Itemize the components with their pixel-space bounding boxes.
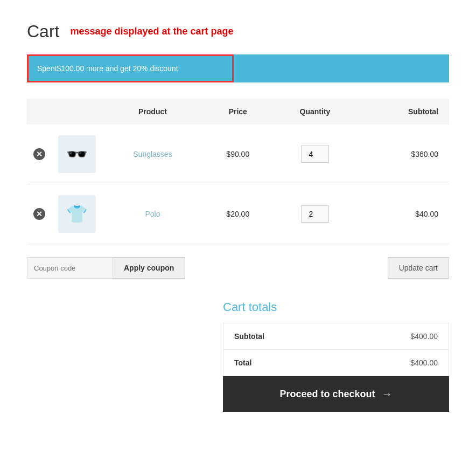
apply-coupon-button[interactable]: Apply coupon xyxy=(113,257,185,279)
table-row: ✕ 🕶️ Sunglasses $90.00 $360.00 xyxy=(27,125,449,184)
cart-table: Product Price Quantity Subtotal ✕ 🕶️ Sun… xyxy=(27,99,449,244)
page-title: Cart xyxy=(27,22,59,42)
subtotal-label: Subtotal xyxy=(223,323,340,350)
coupon-section: Apply coupon xyxy=(27,257,185,279)
product-price: $90.00 xyxy=(203,125,273,184)
cart-totals-section: Cart totals Subtotal $400.00 Total $400.… xyxy=(27,300,449,412)
product-subtotal: $40.00 xyxy=(357,184,449,244)
subtotal-row: Subtotal $400.00 xyxy=(223,323,449,350)
product-link[interactable]: Polo xyxy=(145,210,160,218)
checkout-button[interactable]: Proceed to checkout → xyxy=(223,376,449,412)
total-row: Total $400.00 xyxy=(223,350,449,376)
checkout-label: Proceed to checkout xyxy=(279,389,375,400)
cart-totals-title: Cart totals xyxy=(223,300,449,314)
page-header: Cart message displayed at the cart page xyxy=(27,22,449,42)
remove-item-button[interactable]: ✕ xyxy=(33,208,45,220)
product-link[interactable]: Sunglasses xyxy=(133,150,172,158)
col-product-header: Product xyxy=(102,99,203,125)
checkout-arrow-icon: → xyxy=(382,388,393,400)
col-price-header: Price xyxy=(203,99,273,125)
progress-bar-fill: Spent$100.00 more and get 20% discount xyxy=(27,54,234,82)
progress-bar-text: Spent$100.00 more and get 20% discount xyxy=(37,64,178,73)
cart-actions: Apply coupon Update cart xyxy=(27,257,449,279)
col-subtotal-header: Subtotal xyxy=(357,99,449,125)
header-message: message displayed at the cart page xyxy=(70,26,233,37)
col-image-header xyxy=(52,99,102,125)
total-value: $400.00 xyxy=(339,350,449,376)
quantity-input[interactable] xyxy=(301,205,329,223)
total-label: Total xyxy=(223,350,340,376)
product-price: $20.00 xyxy=(203,184,273,244)
update-cart-button[interactable]: Update cart xyxy=(388,257,449,279)
remove-item-button[interactable]: ✕ xyxy=(33,148,45,160)
col-remove-header xyxy=(27,99,52,125)
progress-bar-container: Spent$100.00 more and get 20% discount xyxy=(27,54,449,82)
quantity-input[interactable] xyxy=(301,146,329,163)
table-row: ✕ 👕 Polo $20.00 $40.00 xyxy=(27,184,449,244)
cart-totals-box: Cart totals Subtotal $400.00 Total $400.… xyxy=(223,300,449,412)
coupon-input[interactable] xyxy=(27,257,113,279)
totals-table: Subtotal $400.00 Total $400.00 xyxy=(223,323,449,376)
product-image: 👕 xyxy=(58,195,96,233)
product-subtotal: $360.00 xyxy=(357,125,449,184)
table-header-row: Product Price Quantity Subtotal xyxy=(27,99,449,125)
col-quantity-header: Quantity xyxy=(273,99,358,125)
product-image: 🕶️ xyxy=(58,135,96,173)
subtotal-value: $400.00 xyxy=(339,323,449,350)
